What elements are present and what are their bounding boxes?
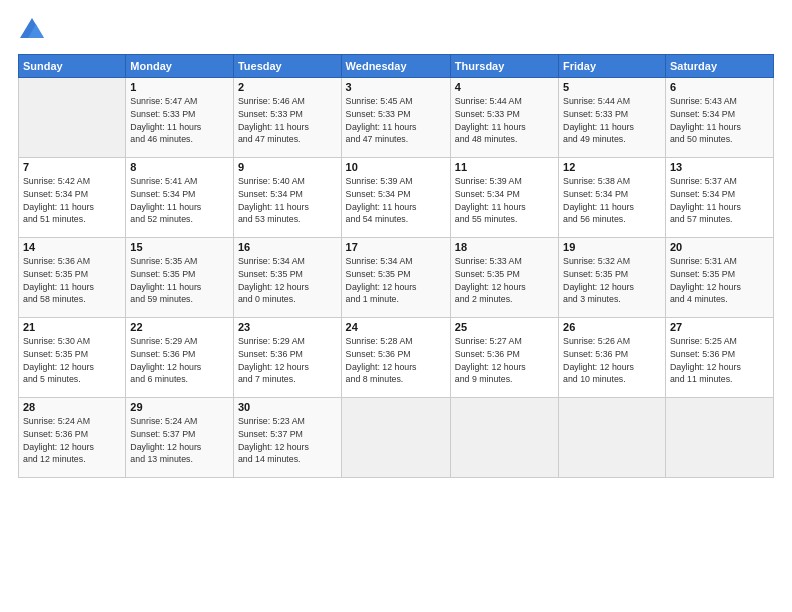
calendar-cell bbox=[450, 398, 558, 478]
day-number: 13 bbox=[670, 161, 769, 173]
day-info: Sunrise: 5:30 AM Sunset: 5:35 PM Dayligh… bbox=[23, 335, 121, 386]
header bbox=[18, 16, 774, 44]
day-number: 8 bbox=[130, 161, 229, 173]
calendar-cell: 18Sunrise: 5:33 AM Sunset: 5:35 PM Dayli… bbox=[450, 238, 558, 318]
day-number: 14 bbox=[23, 241, 121, 253]
day-info: Sunrise: 5:43 AM Sunset: 5:34 PM Dayligh… bbox=[670, 95, 769, 146]
week-row-4: 21Sunrise: 5:30 AM Sunset: 5:35 PM Dayli… bbox=[19, 318, 774, 398]
calendar-cell: 29Sunrise: 5:24 AM Sunset: 5:37 PM Dayli… bbox=[126, 398, 234, 478]
day-info: Sunrise: 5:25 AM Sunset: 5:36 PM Dayligh… bbox=[670, 335, 769, 386]
day-info: Sunrise: 5:46 AM Sunset: 5:33 PM Dayligh… bbox=[238, 95, 337, 146]
day-info: Sunrise: 5:40 AM Sunset: 5:34 PM Dayligh… bbox=[238, 175, 337, 226]
day-number: 30 bbox=[238, 401, 337, 413]
logo bbox=[18, 16, 50, 44]
day-info: Sunrise: 5:34 AM Sunset: 5:35 PM Dayligh… bbox=[346, 255, 446, 306]
day-info: Sunrise: 5:31 AM Sunset: 5:35 PM Dayligh… bbox=[670, 255, 769, 306]
day-number: 29 bbox=[130, 401, 229, 413]
day-info: Sunrise: 5:28 AM Sunset: 5:36 PM Dayligh… bbox=[346, 335, 446, 386]
calendar-cell: 8Sunrise: 5:41 AM Sunset: 5:34 PM Daylig… bbox=[126, 158, 234, 238]
day-number: 10 bbox=[346, 161, 446, 173]
calendar-cell: 28Sunrise: 5:24 AM Sunset: 5:36 PM Dayli… bbox=[19, 398, 126, 478]
weekday-header-row: SundayMondayTuesdayWednesdayThursdayFrid… bbox=[19, 55, 774, 78]
day-number: 23 bbox=[238, 321, 337, 333]
calendar-cell bbox=[341, 398, 450, 478]
calendar-cell: 14Sunrise: 5:36 AM Sunset: 5:35 PM Dayli… bbox=[19, 238, 126, 318]
day-number: 20 bbox=[670, 241, 769, 253]
day-number: 15 bbox=[130, 241, 229, 253]
calendar-cell: 22Sunrise: 5:29 AM Sunset: 5:36 PM Dayli… bbox=[126, 318, 234, 398]
day-info: Sunrise: 5:36 AM Sunset: 5:35 PM Dayligh… bbox=[23, 255, 121, 306]
weekday-header-friday: Friday bbox=[559, 55, 666, 78]
calendar-cell: 4Sunrise: 5:44 AM Sunset: 5:33 PM Daylig… bbox=[450, 78, 558, 158]
day-number: 12 bbox=[563, 161, 661, 173]
calendar-cell: 1Sunrise: 5:47 AM Sunset: 5:33 PM Daylig… bbox=[126, 78, 234, 158]
day-number: 6 bbox=[670, 81, 769, 93]
weekday-header-monday: Monday bbox=[126, 55, 234, 78]
calendar-cell: 16Sunrise: 5:34 AM Sunset: 5:35 PM Dayli… bbox=[233, 238, 341, 318]
calendar-cell: 6Sunrise: 5:43 AM Sunset: 5:34 PM Daylig… bbox=[665, 78, 773, 158]
page: SundayMondayTuesdayWednesdayThursdayFrid… bbox=[0, 0, 792, 612]
calendar-cell: 20Sunrise: 5:31 AM Sunset: 5:35 PM Dayli… bbox=[665, 238, 773, 318]
calendar-cell: 23Sunrise: 5:29 AM Sunset: 5:36 PM Dayli… bbox=[233, 318, 341, 398]
day-info: Sunrise: 5:27 AM Sunset: 5:36 PM Dayligh… bbox=[455, 335, 554, 386]
day-info: Sunrise: 5:45 AM Sunset: 5:33 PM Dayligh… bbox=[346, 95, 446, 146]
calendar-cell: 10Sunrise: 5:39 AM Sunset: 5:34 PM Dayli… bbox=[341, 158, 450, 238]
day-info: Sunrise: 5:44 AM Sunset: 5:33 PM Dayligh… bbox=[455, 95, 554, 146]
day-info: Sunrise: 5:32 AM Sunset: 5:35 PM Dayligh… bbox=[563, 255, 661, 306]
day-number: 7 bbox=[23, 161, 121, 173]
day-number: 28 bbox=[23, 401, 121, 413]
day-info: Sunrise: 5:33 AM Sunset: 5:35 PM Dayligh… bbox=[455, 255, 554, 306]
day-number: 1 bbox=[130, 81, 229, 93]
calendar-cell: 24Sunrise: 5:28 AM Sunset: 5:36 PM Dayli… bbox=[341, 318, 450, 398]
day-info: Sunrise: 5:44 AM Sunset: 5:33 PM Dayligh… bbox=[563, 95, 661, 146]
day-info: Sunrise: 5:35 AM Sunset: 5:35 PM Dayligh… bbox=[130, 255, 229, 306]
day-number: 26 bbox=[563, 321, 661, 333]
calendar-cell: 26Sunrise: 5:26 AM Sunset: 5:36 PM Dayli… bbox=[559, 318, 666, 398]
day-info: Sunrise: 5:42 AM Sunset: 5:34 PM Dayligh… bbox=[23, 175, 121, 226]
logo-icon bbox=[18, 16, 46, 44]
day-number: 25 bbox=[455, 321, 554, 333]
day-number: 2 bbox=[238, 81, 337, 93]
calendar-cell: 9Sunrise: 5:40 AM Sunset: 5:34 PM Daylig… bbox=[233, 158, 341, 238]
calendar-cell: 12Sunrise: 5:38 AM Sunset: 5:34 PM Dayli… bbox=[559, 158, 666, 238]
day-info: Sunrise: 5:26 AM Sunset: 5:36 PM Dayligh… bbox=[563, 335, 661, 386]
day-number: 9 bbox=[238, 161, 337, 173]
calendar-cell: 27Sunrise: 5:25 AM Sunset: 5:36 PM Dayli… bbox=[665, 318, 773, 398]
weekday-header-saturday: Saturday bbox=[665, 55, 773, 78]
calendar-cell: 30Sunrise: 5:23 AM Sunset: 5:37 PM Dayli… bbox=[233, 398, 341, 478]
day-info: Sunrise: 5:23 AM Sunset: 5:37 PM Dayligh… bbox=[238, 415, 337, 466]
week-row-3: 14Sunrise: 5:36 AM Sunset: 5:35 PM Dayli… bbox=[19, 238, 774, 318]
week-row-5: 28Sunrise: 5:24 AM Sunset: 5:36 PM Dayli… bbox=[19, 398, 774, 478]
day-info: Sunrise: 5:38 AM Sunset: 5:34 PM Dayligh… bbox=[563, 175, 661, 226]
day-number: 22 bbox=[130, 321, 229, 333]
day-number: 4 bbox=[455, 81, 554, 93]
calendar-cell: 21Sunrise: 5:30 AM Sunset: 5:35 PM Dayli… bbox=[19, 318, 126, 398]
calendar-cell: 19Sunrise: 5:32 AM Sunset: 5:35 PM Dayli… bbox=[559, 238, 666, 318]
day-number: 11 bbox=[455, 161, 554, 173]
calendar-cell: 2Sunrise: 5:46 AM Sunset: 5:33 PM Daylig… bbox=[233, 78, 341, 158]
weekday-header-sunday: Sunday bbox=[19, 55, 126, 78]
calendar-cell: 17Sunrise: 5:34 AM Sunset: 5:35 PM Dayli… bbox=[341, 238, 450, 318]
calendar-cell bbox=[559, 398, 666, 478]
day-number: 16 bbox=[238, 241, 337, 253]
day-info: Sunrise: 5:47 AM Sunset: 5:33 PM Dayligh… bbox=[130, 95, 229, 146]
day-number: 27 bbox=[670, 321, 769, 333]
day-info: Sunrise: 5:37 AM Sunset: 5:34 PM Dayligh… bbox=[670, 175, 769, 226]
weekday-header-tuesday: Tuesday bbox=[233, 55, 341, 78]
day-info: Sunrise: 5:29 AM Sunset: 5:36 PM Dayligh… bbox=[238, 335, 337, 386]
calendar-cell bbox=[19, 78, 126, 158]
day-number: 24 bbox=[346, 321, 446, 333]
day-info: Sunrise: 5:29 AM Sunset: 5:36 PM Dayligh… bbox=[130, 335, 229, 386]
day-info: Sunrise: 5:39 AM Sunset: 5:34 PM Dayligh… bbox=[455, 175, 554, 226]
calendar-cell: 11Sunrise: 5:39 AM Sunset: 5:34 PM Dayli… bbox=[450, 158, 558, 238]
calendar-cell: 13Sunrise: 5:37 AM Sunset: 5:34 PM Dayli… bbox=[665, 158, 773, 238]
day-number: 18 bbox=[455, 241, 554, 253]
day-number: 3 bbox=[346, 81, 446, 93]
calendar-cell: 5Sunrise: 5:44 AM Sunset: 5:33 PM Daylig… bbox=[559, 78, 666, 158]
day-number: 5 bbox=[563, 81, 661, 93]
day-info: Sunrise: 5:41 AM Sunset: 5:34 PM Dayligh… bbox=[130, 175, 229, 226]
day-info: Sunrise: 5:39 AM Sunset: 5:34 PM Dayligh… bbox=[346, 175, 446, 226]
day-info: Sunrise: 5:34 AM Sunset: 5:35 PM Dayligh… bbox=[238, 255, 337, 306]
calendar-cell: 7Sunrise: 5:42 AM Sunset: 5:34 PM Daylig… bbox=[19, 158, 126, 238]
day-info: Sunrise: 5:24 AM Sunset: 5:36 PM Dayligh… bbox=[23, 415, 121, 466]
